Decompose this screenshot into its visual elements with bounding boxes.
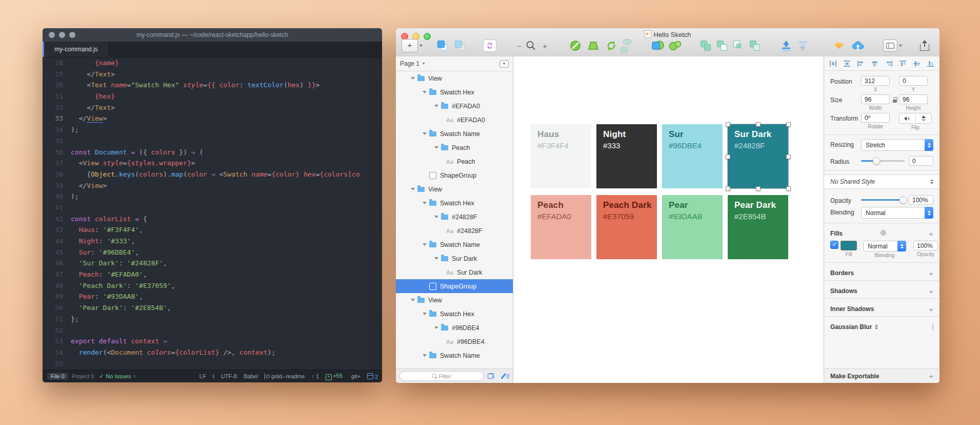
layer-row-sur-dark[interactable]: Sur Dark [396,252,513,265]
scale-button[interactable] [669,39,682,52]
disclosure-triangle-icon[interactable] [423,91,427,93]
git-diff-added[interactable]: ++55 [326,373,343,380]
cloud-upload-button[interactable] [851,39,865,52]
page-list-toggle[interactable] [499,60,509,68]
align-left-icon[interactable] [857,60,865,67]
cursor-indicator[interactable]: I [213,373,214,379]
disclosure-triangle-icon[interactable] [423,132,427,135]
disclosure-triangle-icon[interactable] [423,313,427,315]
code-line[interactable]: }; [71,314,382,325]
shared-style-select[interactable]: No Shared Style [824,175,939,189]
no-issues-label[interactable]: No Issues [106,373,131,379]
project-issues-badge[interactable]: Project 0 [72,373,94,379]
disclosure-triangle-icon[interactable] [434,326,438,329]
code-line[interactable]: 'Sur Dark': '#24828F', [71,258,382,269]
git-plus-label[interactable]: git+ [351,373,361,379]
send-backward-button[interactable] [797,39,808,52]
difference-button[interactable] [750,39,760,52]
code-line[interactable] [71,358,382,370]
code-line[interactable]: Pear: '#93DAAB', [71,291,382,302]
layer-row--24828f[interactable]: #24828F [396,210,513,224]
filter-input[interactable]: Filter [399,371,484,381]
disclosure-triangle-icon[interactable] [434,216,438,218]
git-branch[interactable]: gold--readme [265,373,305,379]
selection-handle[interactable] [786,186,791,191]
code-line[interactable]: Night: '#333', [71,236,382,247]
page-selector[interactable]: Page 1 [396,56,513,71]
issues-filter-icon[interactable]: ≡ [133,374,135,379]
disclosure-triangle-icon[interactable] [423,354,427,357]
height-input[interactable]: 96 [899,94,928,104]
layer-row-shapegroup[interactable]: ShapeGroup [396,168,513,182]
code-line[interactable]: const Document = ({ colors }) ⇒ ( [71,147,382,158]
selection-handle[interactable] [786,122,791,127]
position-y-input[interactable]: 0 [899,76,928,86]
disclosure-triangle-icon[interactable] [411,299,415,301]
layer-row-view[interactable]: View [396,182,513,196]
code-line[interactable]: 'Peach Dark': '#E37059', [71,280,382,292]
add-shadow-button[interactable]: + [929,287,933,296]
mirror-button[interactable] [834,39,844,52]
code-line[interactable]: </View> [71,113,382,124]
layer-row-shapegroup[interactable]: ShapeGroup [396,279,513,293]
disclosure-triangle-icon[interactable] [423,202,427,204]
union-button[interactable] [701,39,711,52]
line-ending-indicator[interactable]: LF [199,373,206,379]
code-line[interactable]: {hex} [71,91,382,102]
layer-row-peach[interactable]: Peach [396,141,513,154]
radius-slider[interactable] [861,156,905,166]
fill-color-well[interactable] [841,241,857,250]
lock-proportions-icon[interactable] [893,97,897,103]
disclosure-triangle-icon[interactable] [411,77,415,80]
layer-row-swatch-name[interactable]: Swatch Name [396,127,513,141]
gear-icon[interactable] [880,229,887,238]
code-line[interactable]: ); [71,124,382,136]
align-right-icon[interactable] [885,60,893,67]
ungroup-button[interactable] [454,39,466,52]
distribute-vertically-icon[interactable] [843,60,851,67]
rotate-input[interactable]: 0º [861,113,890,123]
swatch-pear[interactable]: Pear#93DAAB [662,195,723,259]
group-button[interactable] [437,39,448,52]
tab-my-command-js[interactable]: my-command.js [44,42,109,57]
layer-row-swatch-name[interactable]: Swatch Name [396,349,513,362]
mask-button[interactable] [651,39,665,52]
zoom-out-button[interactable]: − [517,39,522,52]
fill-opacity-input[interactable]: 100% [913,241,938,250]
zoom-in-button[interactable]: + [543,39,547,52]
draft-count[interactable]: 0 [498,373,509,379]
code-line[interactable]: <View style={styles.wrapper}> [71,158,382,169]
code-lines[interactable]: {name} </Text> <Text name="Swatch Hex" s… [68,57,382,370]
create-symbol-button[interactable] [483,39,496,52]
code-line[interactable] [71,202,382,214]
code-line[interactable]: Peach: '#EFADA0', [71,269,382,280]
swatch-night[interactable]: Night#333 [596,124,657,188]
subtract-button[interactable] [717,39,727,52]
grammar-indicator[interactable]: Babel [244,373,258,379]
selection-handle[interactable] [726,186,730,191]
layer-row-sur-dark[interactable]: AaSur Dark [396,265,513,279]
code-line[interactable]: </Text> [71,102,382,113]
distribute-horizontally-icon[interactable] [829,60,837,67]
selection-handle[interactable] [756,186,761,191]
opacity-slider[interactable] [861,195,905,205]
transform-button[interactable] [587,39,599,52]
edit-vector-button[interactable] [569,39,582,52]
selection-handle[interactable] [726,154,730,159]
layer-row--efada0[interactable]: Aa#EFADA0 [396,113,513,127]
radius-input[interactable]: 0 [909,156,933,166]
flip-horizontal-button[interactable] [899,113,915,123]
disclosure-triangle-icon[interactable] [434,105,438,107]
layer-row-view[interactable]: View [396,293,513,307]
layer-row--96dbe4[interactable]: #96DBE4 [396,321,513,335]
layer-row-swatch-hex[interactable]: Swatch Hex [396,307,513,321]
toggle-panels-button[interactable] [883,39,902,52]
code-line[interactable]: {Object.keys(colors).map(color ⇒ <Swatch… [71,169,382,180]
atom-titlebar[interactable]: my-command.js — ~/code/react-sketchapp/h… [43,28,382,42]
code-line[interactable]: {name} [71,57,382,69]
selection-handle[interactable] [756,122,761,127]
code-line[interactable]: </View> [71,180,382,191]
code-line[interactable] [71,136,382,147]
add-inner-shadow-button[interactable]: + [929,305,933,314]
align-center-vertical-icon[interactable] [913,60,921,67]
